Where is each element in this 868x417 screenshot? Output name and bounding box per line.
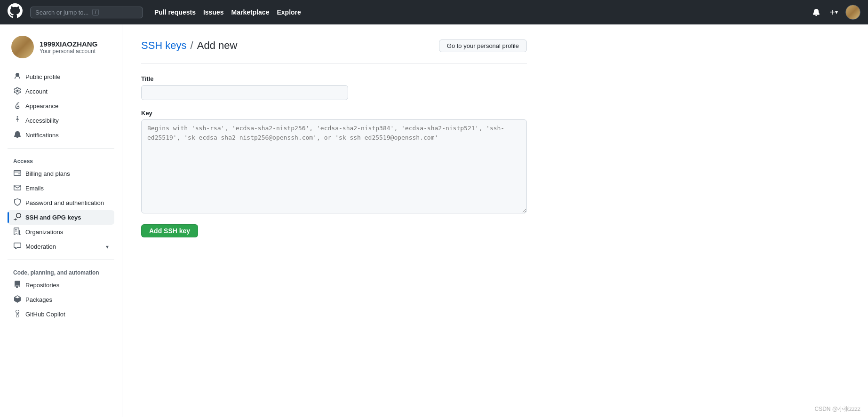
package-icon: [13, 295, 22, 304]
sidebar-label: Packages: [25, 296, 52, 303]
mail-icon: [13, 184, 22, 193]
main-content: SSH keys / Add new Go to your personal p…: [122, 24, 546, 417]
sidebar-user-subtitle: Your personal account: [40, 48, 97, 55]
user-info: 1999XIAOZHANG Your personal account: [8, 36, 114, 58]
title-label: Title: [141, 75, 527, 82]
gear-icon: [13, 87, 22, 96]
add-ssh-key-form: Title Key Add SSH key: [141, 75, 527, 237]
repo-icon: [13, 281, 22, 290]
nav-divider-2: [8, 260, 114, 260]
comment-icon: [13, 242, 22, 251]
goto-profile-button[interactable]: Go to your personal profile: [439, 39, 527, 52]
sidebar-item-public-profile[interactable]: Public profile: [8, 70, 114, 84]
nav-divider-1: [8, 148, 114, 149]
breadcrumb: SSH keys / Add new: [141, 39, 237, 52]
sidebar-label: Repositories: [25, 282, 59, 289]
key-icon: [13, 213, 22, 222]
github-logo[interactable]: [8, 3, 23, 21]
key-field-group: Key: [141, 110, 527, 215]
sidebar-label: Notifications: [25, 132, 59, 139]
topnav: Search or jump to... / Pull requests Iss…: [0, 0, 868, 24]
sidebar-item-repositories[interactable]: Repositories: [8, 278, 114, 292]
sidebar-item-packages[interactable]: Packages: [8, 292, 114, 307]
add-ssh-key-button[interactable]: Add SSH key: [141, 224, 198, 237]
accessibility-icon: [13, 116, 22, 125]
sidebar-label: Public profile: [25, 73, 60, 80]
sidebar-item-moderation[interactable]: Moderation ▾: [8, 239, 114, 254]
sidebar-avatar: [11, 36, 34, 58]
sidebar-label: Organizations: [25, 228, 63, 236]
key-label: Key: [141, 110, 527, 117]
breadcrumb-current: Add new: [197, 39, 238, 52]
chevron-down-icon: ▾: [106, 244, 109, 250]
nav-section-general: Public profile Account Appearance Access…: [8, 70, 114, 142]
breadcrumb-ssh-keys-link[interactable]: SSH keys: [141, 39, 187, 52]
sidebar: 1999XIAOZHANG Your personal account Publ…: [0, 24, 122, 417]
sidebar-item-copilot[interactable]: GitHub Copilot: [8, 307, 114, 322]
sidebar-item-organizations[interactable]: Organizations: [8, 225, 114, 239]
sidebar-item-account[interactable]: Account: [8, 84, 114, 99]
sidebar-label: SSH and GPG keys: [25, 214, 81, 221]
title-input[interactable]: [141, 85, 348, 100]
sidebar-label: Appearance: [25, 102, 58, 110]
sidebar-item-password[interactable]: Password and authentication: [8, 196, 114, 210]
sidebar-item-accessibility[interactable]: Accessibility: [8, 113, 114, 128]
nav-issues[interactable]: Issues: [203, 8, 224, 16]
key-textarea[interactable]: [141, 119, 527, 213]
search-shortcut: /: [92, 9, 98, 16]
search-bar[interactable]: Search or jump to... /: [30, 7, 143, 18]
access-section-label: Access: [8, 154, 114, 166]
sidebar-label: Emails: [25, 185, 44, 192]
sidebar-item-billing[interactable]: Billing and plans: [8, 166, 114, 181]
page-header-row: SSH keys / Add new Go to your personal p…: [141, 39, 527, 52]
user-avatar-menu[interactable]: [845, 5, 860, 20]
sidebar-label: Billing and plans: [25, 170, 70, 177]
copilot-icon: [13, 310, 22, 319]
form-divider: [141, 63, 527, 64]
bell-icon: [13, 131, 22, 140]
topnav-icons: +▾: [811, 5, 860, 20]
sidebar-item-notifications[interactable]: Notifications: [8, 128, 114, 142]
person-icon: [13, 72, 22, 81]
sidebar-item-ssh-gpg[interactable]: SSH and GPG keys: [8, 210, 114, 225]
search-text: Search or jump to...: [35, 9, 88, 16]
add-button[interactable]: +▾: [828, 5, 840, 20]
nav-section-code: Repositories Packages GitHub Copilot: [8, 278, 114, 322]
watermark: CSDN @小张zzzz: [814, 405, 860, 413]
notification-button[interactable]: [811, 7, 822, 18]
paintbrush-icon: [13, 102, 22, 110]
nav-marketplace[interactable]: Marketplace: [231, 8, 270, 16]
sidebar-label: Account: [25, 88, 48, 95]
sidebar-item-emails[interactable]: Emails: [8, 181, 114, 196]
title-field-group: Title: [141, 75, 527, 100]
sidebar-username: 1999XIAOZHANG: [40, 40, 97, 48]
page-container: 1999XIAOZHANG Your personal account Publ…: [0, 24, 868, 417]
organization-icon: [13, 228, 22, 236]
nav-section-access: Billing and plans Emails Password and au…: [8, 166, 114, 254]
code-section-label: Code, planning, and automation: [8, 266, 114, 278]
topnav-links: Pull requests Issues Marketplace Explore: [154, 8, 301, 16]
nav-explore[interactable]: Explore: [277, 8, 301, 16]
creditcard-icon: [13, 169, 22, 178]
sidebar-item-appearance[interactable]: Appearance: [8, 99, 114, 113]
sidebar-label: Password and authentication: [25, 199, 104, 206]
breadcrumb-separator: /: [191, 39, 193, 52]
sidebar-label: Accessibility: [25, 117, 59, 124]
shield-icon: [13, 198, 22, 207]
sidebar-label: Moderation: [25, 243, 56, 250]
sidebar-label: GitHub Copilot: [25, 311, 65, 318]
nav-pull-requests[interactable]: Pull requests: [154, 8, 196, 16]
